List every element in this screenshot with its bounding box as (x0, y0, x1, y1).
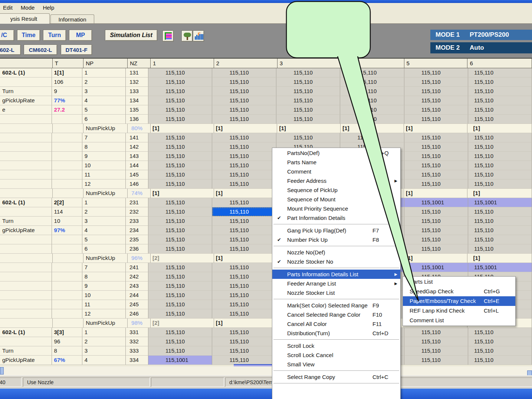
table-cell[interactable]: 115,110 (148, 328, 212, 337)
t-cell[interactable] (52, 161, 82, 170)
t-cell[interactable]: 97% (52, 226, 82, 235)
np-cell[interactable]: 5 (82, 235, 126, 244)
np-cell[interactable]: 1 (82, 68, 126, 78)
t-cell[interactable] (53, 189, 83, 198)
menu-item-parts-name[interactable]: Parts Name (272, 158, 400, 167)
table-cell[interactable]: 115,110 (404, 207, 468, 217)
table-cell[interactable]: 115,110 (148, 152, 212, 161)
table-cell[interactable]: 115,110 (148, 226, 212, 235)
np-cell[interactable]: 12 (82, 309, 126, 319)
table-cell[interactable]: 115,110 (404, 179, 468, 189)
np-cell[interactable]: 5 (82, 105, 126, 115)
np-cell[interactable]: 1 (82, 198, 126, 207)
table-cell[interactable]: [1] (214, 124, 278, 133)
table-cell[interactable]: 115,110 (340, 68, 404, 78)
table-cell[interactable]: 115,110 (212, 142, 276, 152)
nz-cell[interactable]: 132 (126, 78, 148, 87)
table-cell[interactable]: 115,110 (212, 300, 276, 309)
t-cell[interactable]: 8 (52, 346, 82, 356)
t-cell[interactable] (52, 244, 82, 254)
table-cell[interactable]: 115,110 (468, 217, 532, 226)
table-cell[interactable]: 115,110 (212, 68, 276, 78)
t-cell[interactable] (52, 235, 82, 244)
menu-item-select-range-copy[interactable]: Select Range CopyCtrl+C (272, 372, 400, 382)
table-cell[interactable]: 115,110 (404, 142, 468, 152)
table-cell[interactable]: 115,110 (148, 179, 212, 189)
np-cell[interactable]: 12 (82, 179, 126, 189)
table-cell[interactable]: 115,110 (148, 309, 212, 319)
np-cell[interactable]: 8 (82, 142, 126, 152)
table-cell[interactable]: 115,110 (468, 142, 532, 152)
nz-cell[interactable]: 231 (126, 198, 148, 207)
table-cell[interactable]: 115,110 (212, 170, 276, 179)
table-cell[interactable]: 115,110 (404, 337, 468, 346)
table-cell[interactable]: 115,110 (468, 105, 532, 115)
table-cell[interactable]: 115,110 (468, 235, 532, 244)
table-cell[interactable]: 115,110 (212, 244, 276, 254)
menu-item-sequence-of-mount[interactable]: Sequence of Mount (272, 195, 400, 204)
table-cell[interactable]: 115,110 (148, 198, 212, 207)
menu-item-nozzle-stocker-no[interactable]: Nozzle Stocker No✔ (272, 257, 400, 266)
menu-item-partsno-def[interactable]: PartsNo(Def)Ctrl+Q (272, 148, 400, 158)
table-cell[interactable]: [1] (467, 189, 532, 198)
t-cell[interactable]: 9 (52, 87, 82, 96)
menu-item-parts-information-details-list[interactable]: Parts Information Details List▶ (272, 270, 400, 279)
table-cell[interactable]: [1] (467, 124, 532, 133)
table-cell[interactable]: 115,110 (148, 346, 212, 356)
nz-cell[interactable]: 242 (126, 272, 148, 281)
table-cell[interactable]: 115,110 (148, 170, 212, 179)
t-cell[interactable] (53, 319, 83, 328)
table-cell[interactable]: 115,110 (148, 87, 212, 96)
table-cell[interactable]: 115,110 (468, 68, 532, 78)
table-cell[interactable]: 115,110 (148, 272, 212, 281)
table-cell[interactable]: 115,110 (468, 152, 532, 161)
t-cell[interactable] (52, 115, 82, 124)
menu-item-paper-emboss-tray-check[interactable]: Paper/Emboss/Tray CheckCtrl+E (403, 296, 515, 306)
nz-cell[interactable]: 245 (126, 300, 148, 309)
table-cell[interactable]: 115,110 (212, 337, 276, 346)
table-cell[interactable]: [1] (277, 124, 341, 133)
t-cell[interactable] (53, 124, 83, 133)
table-cell[interactable]: 115,110 (468, 328, 532, 337)
nz-cell[interactable]: 236 (126, 244, 148, 254)
table-cell[interactable]: [1] (214, 319, 278, 328)
nz-cell[interactable]: 332 (126, 337, 148, 346)
table-cell[interactable]: 115,110 (468, 170, 532, 179)
table-cell[interactable]: [1] (341, 124, 404, 133)
table-cell[interactable]: 115,1001 (404, 198, 468, 207)
nz-cell[interactable]: 234 (126, 226, 148, 235)
table-cell[interactable]: 115,110 (468, 161, 532, 170)
table-cell[interactable]: 115,110 (148, 105, 212, 115)
table-cell[interactable]: 115,110 (212, 328, 276, 337)
horizontal-scrollbar[interactable] (0, 366, 532, 375)
tab-information[interactable]: Information (50, 14, 94, 24)
table-cell[interactable]: 115,110 (404, 217, 468, 226)
table-cell[interactable]: 115,110 (148, 207, 212, 217)
t-cell[interactable]: 106 (52, 78, 82, 87)
menu-item-comment-list[interactable]: Comment List (403, 316, 515, 325)
table-cell[interactable]: 115,110 (340, 133, 404, 142)
nz-cell[interactable]: 232 (126, 207, 148, 217)
nz-cell[interactable]: 246 (126, 309, 148, 319)
np-cell[interactable]: 1 (82, 328, 126, 337)
nz-cell[interactable]: 146 (126, 179, 148, 189)
table-cell[interactable]: [1] (151, 189, 214, 198)
table-cell[interactable]: 115,110 (148, 244, 212, 254)
table-cell[interactable]: 115,110 (212, 281, 276, 291)
np-cell[interactable]: 7 (82, 263, 126, 272)
table-cell[interactable]: 115,110 (468, 78, 532, 87)
t-cell[interactable]: 67% (52, 356, 82, 365)
table-cell[interactable]: 115,110 (276, 96, 340, 105)
nz-cell[interactable]: 131 (126, 68, 148, 78)
menu-item-feeder-arrange-list[interactable]: Feeder Arrange List▶ (272, 279, 400, 288)
t-cell[interactable]: 10 (52, 217, 82, 226)
t-cell[interactable] (52, 281, 82, 291)
table-cell[interactable]: 115,110 (212, 235, 276, 244)
table-cell[interactable]: 115,110 (148, 300, 212, 309)
table-cell[interactable]: 115,110 (404, 161, 468, 170)
table-cell[interactable]: 115,110 (404, 346, 468, 356)
table-cell[interactable]: 115,110 (468, 87, 532, 96)
table-cell[interactable]: 115,110 (468, 207, 532, 217)
table-cell[interactable]: 115,110 (212, 291, 276, 300)
table-cell[interactable]: 115,110 (148, 133, 212, 142)
